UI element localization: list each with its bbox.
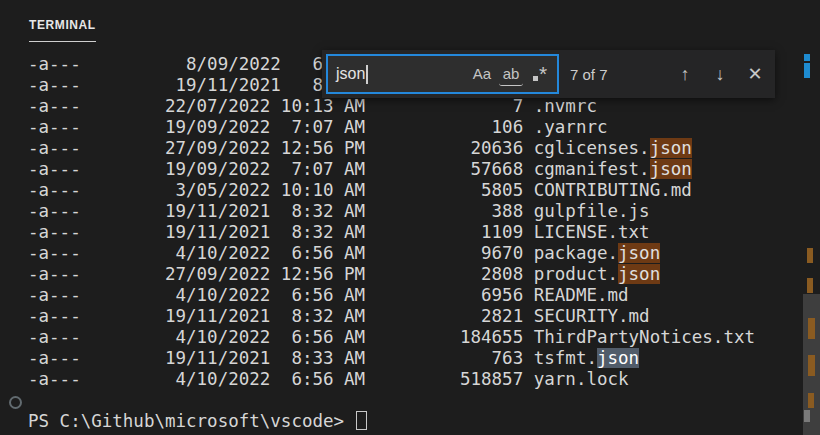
text-caret — [366, 65, 368, 84]
find-options: Aa ab * — [472, 63, 557, 86]
find-match-mark — [807, 248, 813, 263]
file-row: -a--- 19/09/2022 7:07 AM 106 .yarnrc — [0, 117, 800, 138]
prompt-line: PS C:\Github\microsoft\vscode> — [0, 411, 800, 432]
find-match-highlight: json — [650, 159, 692, 179]
find-match-highlight: json — [618, 243, 660, 263]
whole-word-icon[interactable]: ab — [499, 63, 523, 86]
file-row: -a--- 19/11/2021 8:32 AM 2821 SECURITY.m… — [0, 306, 800, 327]
tab-terminal[interactable]: TERMINAL — [29, 18, 96, 42]
find-results-count: 7 of 7 — [570, 50, 608, 98]
previous-match-button[interactable]: ↑ — [672, 60, 698, 88]
file-row: -a--- 27/09/2022 12:56 PM 20636 cglicens… — [0, 138, 800, 159]
find-match-highlight: json — [597, 348, 639, 368]
regex-icon[interactable]: * — [530, 63, 550, 85]
find-match-highlight: json — [650, 138, 692, 158]
terminal-find-widget: json Aa ab * 7 of 7 ↑ ↓ ✕ — [322, 50, 775, 98]
find-match-highlight: json — [618, 264, 660, 284]
close-find-button[interactable]: ✕ — [742, 60, 768, 88]
command-decoration-icon[interactable] — [9, 396, 22, 409]
file-row: -a--- 19/11/2021 8:32 AM 388 gulpfile.js — [0, 201, 800, 222]
prompt-text: PS C:\Github\microsoft\vscode> — [28, 411, 355, 431]
file-row: -a--- 4/10/2022 6:56 AM 9670 package.jso… — [0, 243, 800, 264]
find-query-text: json — [336, 65, 365, 83]
file-row: -a--- 27/09/2022 12:56 PM 2808 product.j… — [0, 264, 800, 285]
match-case-icon[interactable]: Aa — [472, 63, 492, 85]
current-match-mark — [804, 410, 810, 422]
file-row: -a--- 4/10/2022 6:56 AM 184655 ThirdPart… — [0, 327, 800, 348]
file-row: -a--- 4/10/2022 6:56 AM 6956 README.md — [0, 285, 800, 306]
terminal-cursor — [356, 411, 367, 430]
file-row: -a--- 19/11/2021 8:33 AM 763 tsfmt.json — [0, 348, 800, 369]
find-match-mark — [808, 393, 814, 408]
file-row: -a--- 19/09/2022 7:07 AM 57668 cgmanifes… — [0, 159, 800, 180]
find-match-mark — [808, 355, 815, 376]
file-row: -a--- 22/07/2022 10:13 AM 7 .nvmrc — [0, 96, 800, 117]
file-row: -a--- 3/05/2022 10:10 AM 5805 CONTRIBUTI… — [0, 180, 800, 201]
terminal-panel: { "panel": { "title": "TERMINAL" }, "fin… — [0, 0, 820, 435]
next-match-button[interactable]: ↓ — [707, 60, 733, 88]
find-match-mark — [807, 278, 813, 293]
file-row: -a--- 19/11/2021 8:32 AM 1109 LICENSE.tx… — [0, 222, 800, 243]
find-match-mark — [808, 318, 815, 339]
regex-star-glyph: * — [539, 69, 547, 79]
terminal-output: -a--- 8/09/2022 6:-a--- 19/11/2021 8:-a-… — [0, 54, 800, 432]
find-input[interactable]: json Aa ab * — [326, 54, 559, 94]
blank-line — [0, 390, 800, 411]
file-row: -a--- 4/10/2022 6:56 AM 518857 yarn.lock — [0, 369, 800, 390]
find-nav-buttons: ↑ ↓ ✕ — [672, 50, 768, 98]
command-mark — [804, 63, 810, 78]
command-mark — [804, 54, 810, 61]
regex-square-glyph — [533, 76, 538, 81]
